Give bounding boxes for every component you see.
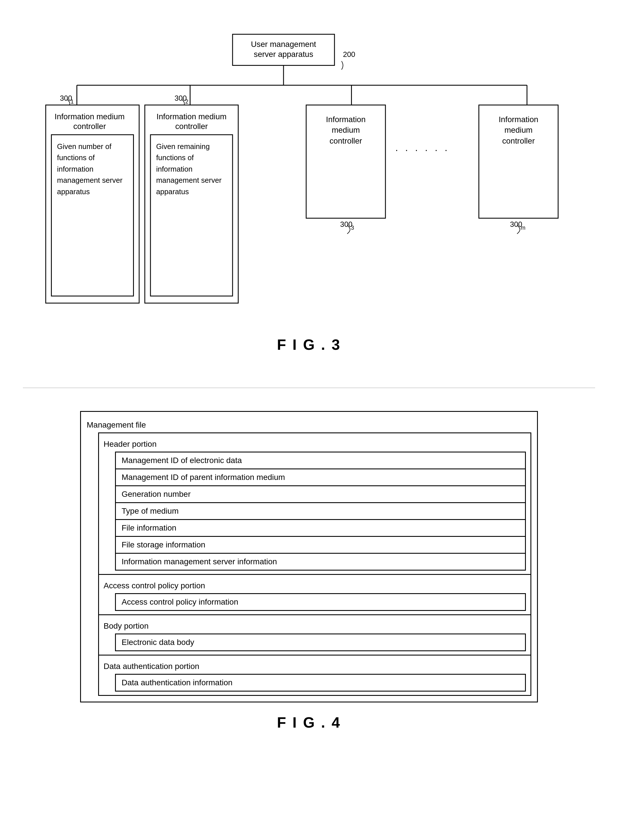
svg-text:functions of: functions of — [156, 154, 194, 162]
svg-text:controller: controller — [175, 122, 208, 131]
fig4-title: F I G . 4 — [80, 714, 538, 731]
svg-text:· · · · · ·: · · · · · · — [395, 144, 450, 155]
svg-text:300: 300 — [175, 94, 187, 102]
svg-text:Given remaining: Given remaining — [156, 142, 210, 150]
svg-text:controller: controller — [502, 137, 535, 145]
body-section: Body portion Electronic data body — [98, 615, 531, 656]
svg-text:Given number of: Given number of — [57, 142, 111, 150]
svg-text:m: m — [521, 224, 525, 231]
management-file-outer-box: Management file Header portion Managemen… — [80, 411, 538, 702]
header-portion-section: Header portion Management ID of electron… — [98, 432, 531, 575]
svg-text:information: information — [57, 165, 93, 173]
fig3-title: F I G . 3 — [40, 336, 578, 353]
svg-text:Information medium: Information medium — [55, 112, 125, 121]
svg-text:apparatus: apparatus — [57, 188, 89, 196]
data-auth-label: Data authentication portion — [104, 659, 526, 674]
svg-text:medium: medium — [331, 126, 360, 134]
management-file-label: Management file — [87, 417, 531, 432]
svg-text:300: 300 — [60, 94, 72, 102]
svg-text:Information: Information — [326, 115, 365, 124]
svg-text:management server: management server — [57, 176, 122, 184]
header-row-4: Type of medium — [116, 503, 525, 520]
svg-text:management server: management server — [156, 176, 222, 184]
svg-text:1: 1 — [71, 98, 74, 105]
data-auth-inner: Data authentication information — [115, 674, 526, 692]
fig3-svg: User management server apparatus 200 300… — [40, 28, 578, 326]
svg-text:controller: controller — [330, 137, 362, 145]
header-row-3: Generation number — [116, 486, 525, 503]
data-auth-section: Data authentication portion Data authent… — [98, 656, 531, 696]
body-portion-label: Body portion — [104, 619, 526, 634]
fig3-container: User management server apparatus 200 300… — [23, 17, 595, 376]
svg-text:Information: Information — [499, 115, 538, 124]
svg-text:server apparatus: server apparatus — [254, 50, 313, 59]
svg-text:User management: User management — [251, 40, 316, 49]
header-rows-box: Management ID of electronic data Managem… — [115, 452, 526, 571]
header-row-5: File information — [116, 520, 525, 537]
svg-text:functions of: functions of — [57, 154, 95, 162]
svg-text:Information medium: Information medium — [156, 112, 227, 121]
svg-text:medium: medium — [504, 126, 532, 134]
fig4-container: Management file Header portion Managemen… — [80, 405, 538, 737]
svg-text:apparatus: apparatus — [156, 188, 189, 196]
fig3-diagram: User management server apparatus 200 300… — [40, 28, 578, 328]
header-row-1: Management ID of electronic data — [116, 453, 525, 469]
header-row-2: Management ID of parent information medi… — [116, 469, 525, 486]
svg-text:300: 300 — [510, 220, 523, 228]
svg-text:3: 3 — [351, 224, 354, 231]
header-portion-label: Header portion — [104, 437, 526, 452]
svg-text:300: 300 — [340, 220, 352, 228]
access-control-inner: Access control policy information — [115, 593, 526, 611]
header-row-6: File storage information — [116, 537, 525, 554]
svg-text:2: 2 — [186, 98, 189, 105]
access-control-label: Access control policy portion — [104, 578, 526, 593]
header-row-7: Information management server informatio… — [116, 554, 525, 570]
body-inner: Electronic data body — [115, 634, 526, 651]
svg-text:information: information — [156, 165, 193, 173]
svg-text:controller: controller — [73, 122, 106, 131]
fig-separator — [23, 387, 595, 388]
access-control-section: Access control policy portion Access con… — [98, 575, 531, 615]
svg-text:200: 200 — [343, 50, 355, 58]
